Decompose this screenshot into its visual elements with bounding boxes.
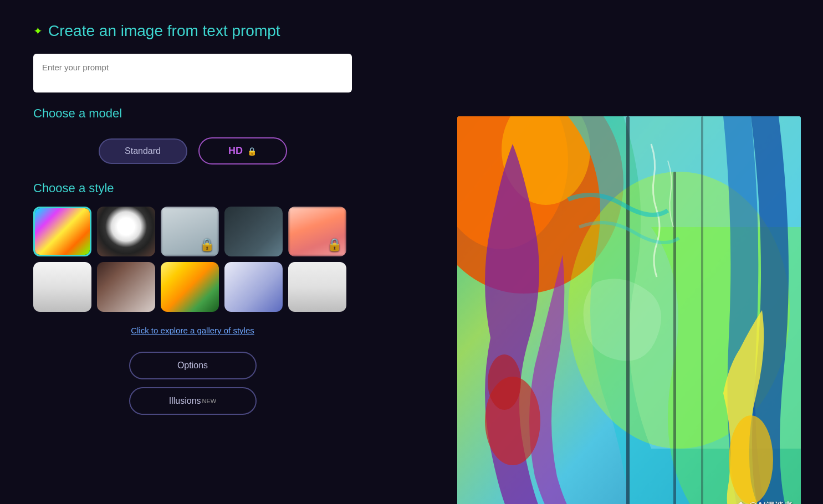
illusions-button[interactable]: IllusionsNEW (129, 387, 257, 415)
svg-rect-8 (673, 172, 676, 504)
style-thumb-6 (33, 262, 91, 312)
style-item-3[interactable]: 🔒 (161, 207, 219, 256)
style-item-10[interactable] (288, 262, 346, 312)
standard-label: Standard (125, 146, 161, 156)
action-buttons: Options IllusionsNEW (33, 352, 352, 415)
prompt-input[interactable] (33, 54, 352, 92)
options-button[interactable]: Options (129, 352, 257, 379)
page-title-text: Create an image from text prompt (48, 22, 280, 40)
style-grid: 🔒 🔒 (33, 207, 352, 312)
style-thumb-9 (224, 262, 283, 312)
style-thumb-2 (97, 207, 155, 256)
illusions-label: Illusions (169, 396, 201, 406)
left-panel: ✦ Create an image from text prompt Choos… (33, 22, 410, 504)
style-item-4[interactable] (224, 207, 283, 256)
svg-rect-7 (626, 116, 630, 504)
model-buttons: Standard HD 🔒 (33, 132, 352, 170)
style-item-7[interactable] (97, 262, 155, 312)
illusions-new-badge: NEW (202, 398, 217, 404)
style-thumb-1 (35, 208, 90, 255)
hd-model-button[interactable]: HD 🔒 (198, 137, 287, 164)
svg-point-6 (729, 415, 773, 504)
title-icon: ✦ (33, 24, 43, 38)
watermark: ✿ @AI漫谈者 (737, 500, 793, 504)
svg-rect-9 (701, 116, 703, 504)
watermark-text: @AI漫谈者 (748, 501, 793, 505)
style-item-9[interactable] (224, 262, 283, 312)
generated-image: ✿ @AI漫谈者 (457, 116, 801, 504)
model-section-title: Choose a model (33, 106, 410, 121)
style-item-1[interactable] (33, 207, 91, 256)
style-thumb-7 (97, 262, 155, 312)
options-label: Options (177, 361, 208, 370)
right-panel: ✿ @AI漫谈者 (432, 22, 801, 504)
style-item-6[interactable] (33, 262, 91, 312)
style-thumb-8 (161, 262, 219, 312)
style-section-title: Choose a style (33, 181, 410, 196)
style-thumb-4 (224, 207, 283, 256)
hd-label: HD (228, 145, 243, 157)
style-lock-3: 🔒 (200, 238, 214, 252)
style-item-2[interactable] (97, 207, 155, 256)
style-lock-5: 🔒 (327, 238, 342, 252)
watermark-icon: ✿ (737, 500, 745, 504)
style-item-5[interactable]: 🔒 (288, 207, 346, 256)
hd-lock-icon: 🔒 (247, 147, 257, 156)
page-title: ✦ Create an image from text prompt (33, 22, 410, 40)
gallery-link[interactable]: Click to explore a gallery of styles (33, 326, 352, 335)
style-thumb-10 (288, 262, 346, 312)
standard-model-button[interactable]: Standard (99, 138, 187, 164)
style-item-8[interactable] (161, 262, 219, 312)
svg-point-11 (488, 354, 521, 410)
